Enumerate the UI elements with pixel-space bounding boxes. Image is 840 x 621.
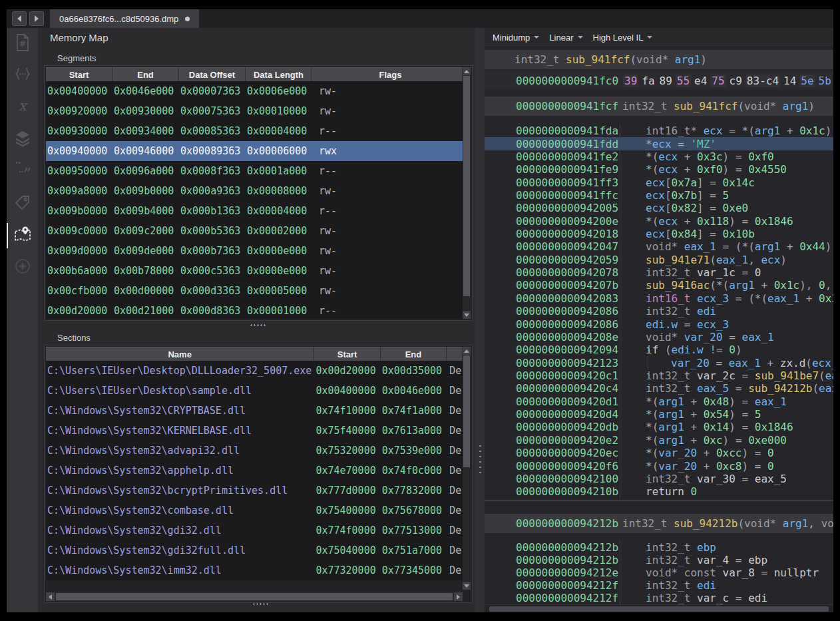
code-line[interactable]: 00000000009420ec*(var_20 + 0xcc) = 0 — [485, 447, 833, 459]
segment-row[interactable]: 0x009d00000x009de0000x000b73630x0000e000… — [46, 241, 463, 261]
column-header[interactable]: Start — [46, 67, 112, 81]
scroll-down-icon[interactable] — [463, 311, 471, 319]
hex-bytes-line[interactable]: 0000000000941fc0 39fa8955e475c983-c4145e… — [485, 71, 833, 90]
section-row[interactable]: C:\Windows\System32\gdi32.dll0x774f00000… — [46, 520, 463, 540]
code-line[interactable]: 000000000094212bint32_t ebp — [485, 541, 833, 554]
code-line[interactable]: 000000000094212evoid* const var_8 = null… — [485, 566, 833, 579]
document-tab[interactable]: 0a66e8376fc6...c8d50936.dmp — [50, 9, 199, 28]
panel-splitter-handle[interactable] — [252, 603, 270, 605]
code-line[interactable]: 00000000009420db*(arg1 + 0x14) = 0x1846 — [485, 421, 833, 433]
segment-row[interactable]: 0x009400000x009460000x000893630x00006000… — [46, 141, 463, 161]
scroll-down-icon[interactable] — [463, 582, 471, 590]
sections-vertical-scrollbar[interactable] — [463, 347, 471, 590]
code-line[interactable]: 000000000094207bsub_9416ac(*(arg1 + 0x1c… — [485, 279, 833, 292]
section-row[interactable]: C:\Windows\System32\advapi32.dll0x753200… — [46, 441, 463, 461]
sticky-function-header[interactable]: int32_t sub_941fcf(void* arg1) — [485, 50, 833, 69]
segment-row[interactable]: 0x009c00000x009c20000x000b53630x00002000… — [46, 221, 463, 241]
sidebar-item-functions-braces[interactable] — [7, 60, 38, 92]
nav-forward-button[interactable] — [29, 11, 44, 26]
code-line[interactable]: 0000000000942059sub_941e71(eax_1, ecx) — [485, 254, 833, 266]
function-header[interactable]: 000000000094212b int32_t sub_94212b(void… — [485, 514, 833, 533]
column-header[interactable]: Start — [314, 347, 380, 361]
sidebar-item-compass[interactable] — [7, 252, 38, 284]
column-header[interactable]: Flags — [312, 67, 463, 81]
scrollbar-thumb[interactable] — [56, 593, 453, 600]
sidebar-item-tags[interactable] — [7, 188, 38, 220]
code-line[interactable]: 000000000094210breturn 0 — [485, 485, 833, 498]
code-line[interactable]: 00000000009420c1int32_t var_2c = sub_941… — [485, 369, 833, 382]
section-row[interactable]: C:\Users\IEUser\Desktop\DLLLoader32_5007… — [46, 361, 463, 381]
code-line[interactable]: 0000000000942086edi.w = ecx_3 — [485, 317, 833, 330]
code-line[interactable]: 0000000000942005ecx[0x82] = 0xe0 — [485, 202, 833, 214]
scrollbar-thumb[interactable] — [463, 76, 470, 296]
code-line[interactable]: 000000000094200e*(ecx + 0x118) = 0x1846 — [485, 215, 833, 228]
section-row[interactable]: C:\Windows\System32\apphelp.dll0x74e7000… — [46, 461, 463, 481]
segment-row[interactable]: 0x009200000x009300000x000753630x00010000… — [46, 101, 463, 121]
code-line[interactable]: 00000000009420f6*(var_20 + 0xc8) = 0 — [485, 459, 833, 472]
code-line[interactable]: 0000000000941ff3ecx[0x7a] = 0x14c — [485, 176, 833, 188]
segment-row[interactable]: 0x00d200000x00d210000x000d83630x00001000… — [46, 301, 463, 319]
code-line[interactable]: 000000000094208evoid* var_20 = eax_1 — [485, 331, 833, 343]
section-row[interactable]: C:\Windows\System32\KERNELBASE.dll0x75f4… — [46, 421, 463, 441]
code-line[interactable]: 00000000009420c4int32_t eax_5 = sub_9421… — [485, 382, 833, 395]
column-header[interactable]: Data Offset — [179, 67, 246, 81]
segments-vertical-scrollbar[interactable] — [463, 67, 471, 319]
segment-row[interactable]: 0x009a80000x009b00000x000a93630x00008000… — [46, 181, 463, 201]
code-line[interactable]: 0000000000941ffcecx[0x7b] = 5 — [485, 189, 833, 202]
function-header[interactable]: 0000000000941fcf int32_t sub_941fcf(void… — [485, 97, 833, 116]
scroll-up-icon[interactable] — [463, 67, 471, 75]
scroll-up-icon[interactable] — [463, 347, 471, 355]
code-line[interactable]: 000000000094212fint32_t edi — [485, 579, 833, 592]
scrollbar-thumb[interactable] — [489, 606, 829, 612]
segment-row[interactable]: 0x009b00000x009b40000x000b13630x00004000… — [46, 201, 463, 221]
sidebar-item-strings-quotes[interactable]: “” — [7, 156, 38, 188]
code-line[interactable]: 0000000000942086int32_t edi — [485, 305, 833, 317]
code-line[interactable]: 0000000000942100int32_t var_30 = eax_5 — [485, 473, 833, 485]
column-header[interactable] — [447, 347, 463, 361]
sidebar-item-memory-map[interactable] — [7, 220, 38, 252]
section-row[interactable]: C:\Users\IEUser\Desktop\sample.dll0x0040… — [46, 381, 463, 401]
section-row[interactable]: C:\Windows\System32\imm32.dll0x773200000… — [46, 560, 463, 580]
segment-row[interactable]: 0x00b6a0000x00b780000x000c53630x0000e000… — [46, 261, 463, 281]
code-line[interactable]: 0000000000942083int16_t ecx_3 = (*(eax_1… — [485, 292, 833, 305]
view-menu-high-level-il[interactable]: High Level IL — [592, 31, 654, 44]
code-line[interactable]: 000000000094212fint32_t var_c = edi — [485, 592, 833, 604]
code-line[interactable]: 0000000000942123var_20 = eax_1 + zx.d(ec… — [485, 356, 833, 369]
view-menu-linear[interactable]: Linear — [548, 31, 584, 44]
column-header[interactable]: Name — [46, 347, 314, 361]
column-header[interactable]: End — [112, 67, 179, 81]
section-row[interactable]: C:\Windows\System32\gdi32full.dll0x75040… — [46, 540, 463, 560]
column-header[interactable]: End — [381, 347, 447, 361]
code-line[interactable]: 00000000009420d4*(arg1 + 0x54) = 5 — [485, 408, 833, 421]
code-line[interactable]: 00000000009420d1*(arg1 + 0x48) = eax_1 — [485, 395, 833, 408]
view-menu-minidump[interactable]: Minidump — [491, 31, 540, 44]
section-row[interactable]: C:\Windows\System32\CRYPTBASE.dll0x74f10… — [46, 401, 463, 421]
sidebar-item-stack-layers[interactable] — [7, 124, 38, 156]
code-line[interactable]: 0000000000941fdd*ecx = 'MZ' — [485, 137, 833, 150]
section-row[interactable]: C:\Windows\System32\bcryptPrimitives.dll… — [46, 481, 463, 501]
code-line[interactable]: 0000000000941fdaint16_t* ecx = *(arg1 + … — [485, 124, 833, 137]
section-row[interactable]: C:\Windows\System32\combase.dll0x7540000… — [46, 501, 463, 520]
code-horizontal-scrollbar[interactable] — [485, 604, 833, 612]
code-line[interactable]: 0000000000941fe2*(ecx + 0x3c) = 0xf0 — [485, 150, 833, 163]
sidebar-item-types-document[interactable]: # — [7, 28, 38, 60]
panel-splitter-handle[interactable] — [250, 324, 267, 326]
scroll-right-icon[interactable] — [454, 592, 463, 601]
segment-row[interactable]: 0x009500000x0096a0000x0008f3630x0001a000… — [46, 161, 463, 181]
segment-row[interactable]: 0x009300000x009340000x000853630x00004000… — [46, 121, 463, 141]
vertical-splitter[interactable] — [475, 28, 485, 612]
code-line[interactable]: 0000000000942047void* eax_1 = (*(arg1 + … — [485, 240, 833, 253]
sidebar-item-variables-x[interactable]: x — [7, 92, 38, 124]
sections-horizontal-scrollbar[interactable] — [46, 592, 463, 601]
code-line[interactable]: 0000000000942078int32_t var_1c = 0 — [485, 266, 833, 279]
code-line[interactable]: 0000000000942018ecx[0x84] = 0x10b — [485, 228, 833, 240]
code-line[interactable]: 000000000094212bint32_t var_4 = ebp — [485, 554, 833, 566]
scroll-left-icon[interactable] — [46, 592, 55, 601]
segment-row[interactable]: 0x00cfb0000x00d000000x000d33630x00005000… — [46, 281, 463, 301]
code-line[interactable]: 0000000000941fe9*(ecx + 0xf0) = 0x4550 — [485, 163, 833, 176]
code-line[interactable]: 00000000009420e2*(arg1 + 0xc) = 0xe000 — [485, 434, 833, 447]
scrollbar-thumb[interactable] — [463, 355, 470, 467]
column-header[interactable]: Data Length — [246, 67, 312, 81]
nav-back-button[interactable] — [12, 11, 27, 26]
segment-row[interactable]: 0x004000000x0046e0000x000073630x0006e000… — [46, 81, 463, 101]
